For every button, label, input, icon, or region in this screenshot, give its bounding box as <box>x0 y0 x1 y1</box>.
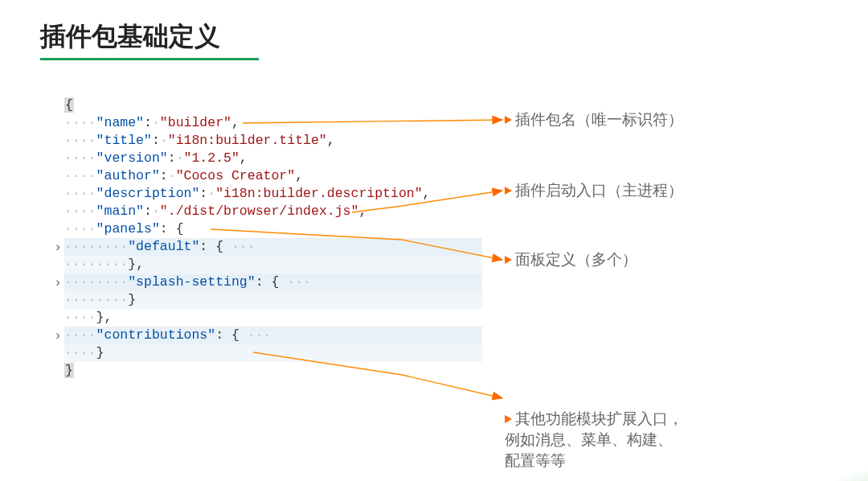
code-line-splash: ›········"splash-setting": { ··· <box>64 273 482 291</box>
annotation-package-name: 插件包名（唯一标识符） <box>505 109 683 130</box>
arrow-head-icon <box>505 187 512 195</box>
slide-title: 插件包基础定义 <box>40 19 220 63</box>
arrow-head-icon <box>505 116 512 124</box>
code-line-name: ····"name":·"builder", <box>64 114 482 132</box>
code-line: ····}, <box>64 309 482 327</box>
decor-top <box>845 0 868 88</box>
arrow-head-icon <box>505 415 512 423</box>
code-line-main: ····"main":·"./dist/browser/index.js", <box>64 203 482 220</box>
fold-caret-icon[interactable]: › <box>53 274 63 292</box>
annotation-panels: 面板定义（多个） <box>505 249 637 270</box>
code-line-author: ····"author":·"Cocos Creator", <box>64 167 482 185</box>
code-line: ········}, <box>64 256 482 273</box>
code-block: { ····"name":·"builder", ····"title":·"i… <box>64 97 482 380</box>
decor-bottom <box>755 441 868 481</box>
code-line-default: ›········"default": { ··· <box>64 238 482 256</box>
code-line-version: ····"version":·"1.2.5", <box>64 150 482 167</box>
fold-caret-icon[interactable]: › <box>53 327 63 345</box>
code-line-desc: ····"description":·"i18n:builder.descrip… <box>64 185 482 203</box>
fold-caret-icon[interactable]: › <box>53 239 63 257</box>
code-line-title: ····"title":·"i18n:builder.title", <box>64 132 482 150</box>
title-underline <box>40 58 259 60</box>
code-line: ········} <box>64 291 482 309</box>
annotation-contributions: 其他功能模块扩展入口， 例如消息、菜单、构建、 配置等等 <box>505 388 683 471</box>
code-line: } <box>64 362 482 380</box>
code-line: { <box>64 97 482 114</box>
arrow-head-icon <box>505 256 512 264</box>
annotation-main-entry: 插件启动入口（主进程） <box>505 180 683 201</box>
code-line-contrib: ›····"contributions": { ··· <box>64 327 482 344</box>
code-line-panels: ····"panels": { <box>64 220 482 238</box>
code-line: ····} <box>64 344 482 362</box>
